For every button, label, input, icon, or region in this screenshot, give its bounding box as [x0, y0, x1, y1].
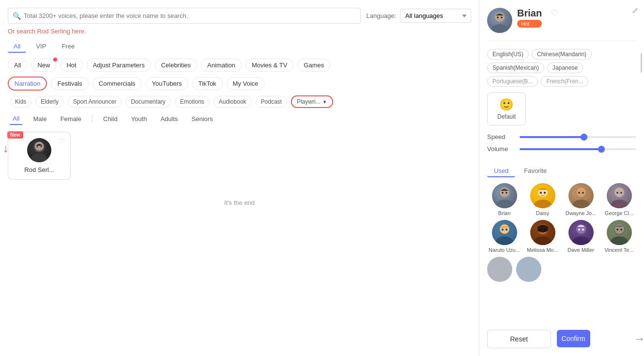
recent-voice-dave[interactable]: Dave Miller — [564, 220, 598, 253]
confirm-wrap: Confirm → — [557, 330, 636, 348]
lang-japanese[interactable]: Japanese — [547, 62, 583, 73]
cat-movies[interactable]: Movies & TV — [245, 59, 293, 72]
volume-thumb[interactable] — [598, 146, 605, 153]
recent-voice-vincent[interactable]: Vincent Te... — [602, 220, 636, 253]
recent-name-dave: Dave Miller — [567, 247, 594, 253]
volume-row: Volume — [487, 145, 636, 153]
cat-hot[interactable]: Hot — [60, 59, 82, 72]
sub-kids[interactable]: Kids — [10, 96, 31, 108]
sub-playwri-dropdown[interactable]: Playwri... ▼ — [291, 95, 333, 108]
gender-female[interactable]: Female — [58, 113, 84, 124]
recent-name-melissa: Melissa Mo... — [527, 247, 558, 253]
gender-seniors[interactable]: Seniors — [189, 113, 216, 124]
recent-voice-melissa[interactable]: Melissa Mo... — [525, 220, 560, 253]
svg-point-23 — [578, 192, 580, 194]
volume-track[interactable] — [520, 148, 636, 150]
sub-playwri-label: Playwri... — [297, 98, 321, 105]
recent-name-vincent: Vincent Te... — [604, 247, 633, 253]
recent-avatar-george — [607, 183, 632, 208]
sub-playwri-chevron: ▼ — [322, 99, 327, 105]
lang-english-us[interactable]: English(US) — [487, 49, 529, 60]
svg-point-32 — [500, 224, 509, 234]
recent-name-naruto: Naruto Uzu... — [489, 247, 520, 253]
gender-male[interactable]: Male — [30, 113, 49, 124]
voices-grid: ↓ New Rod Serl... ♡ — [8, 132, 471, 180]
tab-vip[interactable]: VIP — [30, 41, 52, 53]
scrollbar-thumb[interactable] — [641, 53, 642, 73]
lang-french[interactable]: French(Fren... — [541, 76, 588, 87]
speed-fill — [520, 136, 584, 138]
recent-voice-george[interactable]: George Cl... — [602, 183, 636, 216]
sub-podcast[interactable]: Podcast — [256, 96, 287, 108]
lang-chinese[interactable]: Chinese(Mandarin) — [532, 49, 592, 60]
slider-section: Speed Volume — [487, 133, 636, 157]
brian-info: Brian Hot — [517, 8, 542, 28]
language-select-wrap: Language: All languages English(US) Chin… — [367, 9, 471, 23]
rod-avatar — [27, 138, 51, 162]
svg-point-22 — [576, 187, 586, 197]
search-input[interactable] — [8, 8, 361, 24]
gender-adults[interactable]: Adults — [157, 113, 181, 124]
emotion-default-btn[interactable]: 🙂 Default — [487, 93, 526, 125]
recent-voice-dwayne[interactable]: Dwayne Jo... — [564, 183, 598, 216]
tab-all[interactable]: All — [8, 41, 26, 53]
sub-emotions[interactable]: Emotions — [175, 96, 210, 108]
cat-new[interactable]: New — [31, 59, 56, 72]
cat-adjust[interactable]: Adjust Parameters — [87, 59, 151, 72]
partial-avatar-1 — [487, 257, 512, 282]
cat-celebrities[interactable]: Celebrities — [155, 59, 197, 72]
recent-name-daisy: Daisy — [536, 210, 550, 216]
sub-audiobook[interactable]: Audiobook — [214, 96, 252, 108]
rod-name: Rod Serl... — [24, 166, 54, 173]
tab-favorite[interactable]: Favorite — [517, 165, 553, 177]
collapse-icon[interactable]: ⤢ — [632, 6, 638, 15]
speed-track[interactable] — [520, 136, 636, 138]
cat-tiktok[interactable]: TikTok — [192, 77, 223, 90]
svg-point-27 — [614, 187, 624, 197]
svg-point-48 — [616, 229, 618, 231]
svg-point-21 — [572, 200, 590, 208]
cat-myvoice[interactable]: My Voice — [227, 77, 265, 90]
sub-documentary[interactable]: Documentary — [125, 96, 170, 108]
svg-point-29 — [620, 192, 622, 194]
svg-point-31 — [496, 236, 513, 245]
sub-elderly[interactable]: Elderly — [35, 96, 64, 108]
recent-voice-naruto[interactable]: Naruto Uzu... — [487, 220, 521, 253]
voice-card-rod[interactable]: New Rod Serl... ♡ — [8, 132, 71, 180]
tab-free[interactable]: Free — [56, 41, 80, 53]
rod-heart-icon[interactable]: ♡ — [59, 137, 65, 145]
cat-animation[interactable]: Animation — [201, 59, 242, 72]
cat-all[interactable]: All — [8, 59, 27, 72]
top-tabs: All VIP Free — [8, 41, 471, 53]
svg-point-11 — [496, 200, 513, 208]
cat-festivals[interactable]: Festivals — [51, 77, 88, 90]
confirm-button[interactable]: Confirm — [557, 330, 590, 347]
brian-hot-badge: Hot — [517, 20, 542, 28]
svg-point-34 — [506, 229, 507, 231]
gender-child[interactable]: Child — [100, 113, 121, 124]
sub-sport[interactable]: Sport Announcer — [68, 96, 122, 108]
language-dropdown[interactable]: All languages English(US) Chinese(Mandar… — [400, 9, 471, 23]
cat-youtubers[interactable]: YouTubers — [146, 77, 188, 90]
gender-divider — [92, 115, 92, 123]
lang-spanish[interactable]: Spanish(Mexican) — [487, 62, 544, 73]
category-row-2: Narration Festivals Commercials YouTuber… — [8, 77, 471, 91]
svg-point-36 — [534, 236, 552, 245]
emotion-emoji: 🙂 — [499, 98, 514, 111]
brian-heart-icon[interactable]: ♡ — [551, 8, 558, 18]
cat-narration[interactable]: Narration — [8, 77, 47, 91]
recent-name-dwayne: Dwayne Jo... — [566, 210, 597, 216]
gender-youth[interactable]: Youth — [128, 113, 150, 124]
tab-used[interactable]: Used — [487, 165, 515, 177]
gender-all[interactable]: All — [10, 113, 22, 125]
speed-thumb[interactable] — [581, 134, 587, 140]
recent-voice-brian[interactable]: Brian — [487, 183, 521, 216]
red-arrow-annotation: ↓ — [3, 141, 9, 155]
recent-voice-daisy[interactable]: Daisy — [525, 183, 560, 216]
search-hint[interactable]: Or search Rod Serling here. — [8, 28, 471, 35]
category-row: All New Hot Adjust Parameters Celebritie… — [8, 59, 471, 72]
reset-button[interactable]: Reset — [487, 330, 551, 348]
cat-commercials[interactable]: Commercials — [92, 77, 142, 90]
lang-portuguese[interactable]: Portuguese(B... — [487, 76, 538, 87]
cat-games[interactable]: Games — [297, 59, 330, 72]
